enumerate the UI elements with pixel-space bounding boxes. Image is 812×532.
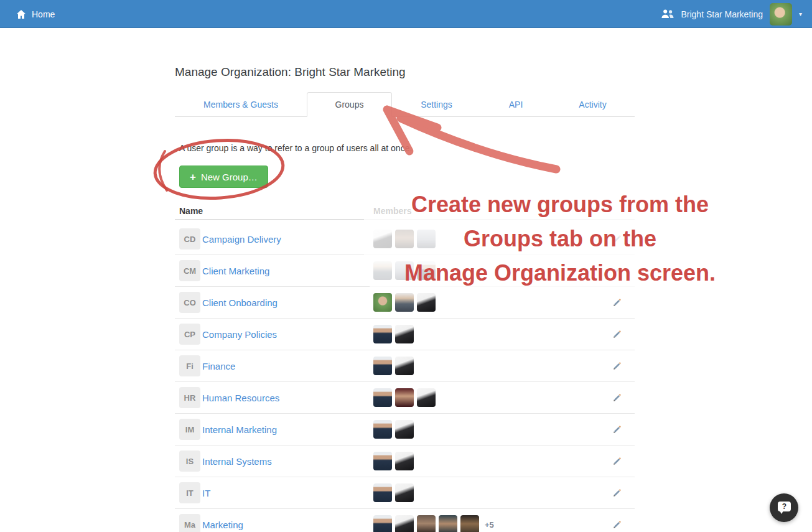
tab-label: Members & Guests	[203, 100, 278, 110]
member-avatars	[373, 325, 414, 343]
plus-icon: +	[190, 172, 196, 182]
man-worf-avatar	[460, 515, 479, 532]
new-group-button[interactable]: + New Group…	[179, 166, 268, 188]
edit-pencil-icon[interactable]	[612, 361, 622, 371]
edit-pencil-icon[interactable]	[612, 488, 622, 498]
column-header-name: Name	[179, 206, 203, 216]
group-row-campaign-delivery: CD Campaign Delivery	[175, 223, 635, 255]
help-button[interactable]: ?	[770, 493, 798, 522]
group-initials-badge: IS	[179, 450, 200, 472]
group-initials-badge: CO	[179, 292, 200, 313]
woman-action-avatar	[395, 420, 414, 439]
member-avatars	[373, 388, 436, 407]
tab-members-guests[interactable]: Members & Guests	[175, 92, 307, 117]
woman-action-avatar	[373, 230, 392, 248]
man-suit-avatar	[417, 261, 436, 280]
member-avatars	[373, 515, 479, 532]
group-initials-badge: IM	[179, 419, 200, 440]
organization-name[interactable]: Bright Star Marketing	[681, 9, 763, 19]
group-name-link[interactable]: Client Onboarding	[202, 297, 278, 308]
member-avatars	[373, 357, 414, 375]
group-row-client-onboarding: CO Client Onboarding	[175, 287, 635, 319]
group-name-link[interactable]: Company Policies	[202, 329, 277, 340]
group-row-human-resources: HR Human Resources	[175, 382, 635, 414]
group-initials-badge: CP	[179, 324, 200, 345]
edit-pencil-icon[interactable]	[612, 456, 622, 466]
man-brosnan-avatar	[395, 230, 414, 248]
column-header-members: Members	[373, 206, 411, 216]
edit-pencil-icon[interactable]	[612, 234, 622, 244]
organization-icon	[661, 9, 674, 19]
member-avatars	[373, 293, 436, 312]
tab-bar: Members & Guests Groups Settings API Act…	[175, 92, 635, 117]
man-suit-avatar	[373, 420, 392, 439]
group-name-link[interactable]: Finance	[202, 361, 235, 371]
table-header: Name Members	[175, 203, 635, 220]
woman-action-avatar	[417, 293, 436, 312]
tab-label: API	[509, 100, 523, 110]
extra-members-count: +5	[485, 520, 494, 530]
group-name-link[interactable]: Client Marketing	[202, 266, 269, 276]
man-suit-avatar	[373, 515, 392, 532]
man-suit-avatar	[373, 357, 392, 375]
man-gray-avatar	[373, 261, 392, 280]
home-icon	[16, 9, 26, 19]
woman-action-avatar	[395, 483, 414, 502]
group-row-internal-marketing: IM Internal Marketing	[175, 414, 635, 446]
man-suit-avatar	[373, 483, 392, 502]
tab-groups[interactable]: Groups	[307, 92, 392, 117]
groups-intro-text: A user group is a way to refer to a grou…	[179, 143, 412, 153]
page-title: Manage Organization: Bright Star Marketi…	[175, 65, 406, 79]
home-link[interactable]: Home	[16, 0, 55, 28]
edit-pencil-icon[interactable]	[612, 266, 622, 276]
group-name-link[interactable]: Human Resources	[202, 393, 279, 403]
user-avatar[interactable]	[770, 3, 792, 26]
tab-activity[interactable]: Activity	[551, 92, 635, 117]
group-initials-badge: CD	[179, 228, 200, 250]
group-row-marketing: Ma Marketing +5	[175, 509, 635, 532]
group-name-link[interactable]: Internal Systems	[202, 456, 272, 467]
groups-table: CD Campaign Delivery CM Client Marketing	[175, 223, 635, 532]
chevron-down-icon[interactable]: ▾	[799, 11, 802, 17]
group-initials-badge: Ma	[179, 514, 200, 532]
group-initials-badge: IT	[179, 482, 200, 503]
woman-action-avatar	[417, 388, 436, 407]
main-content: Manage Organization: Bright Star Marketi…	[175, 0, 635, 532]
man-gray-avatar	[395, 293, 414, 312]
edit-pencil-icon[interactable]	[612, 393, 622, 403]
man-suit-avatar	[373, 388, 392, 407]
man-bald-avatar	[395, 388, 414, 407]
edit-pencil-icon[interactable]	[612, 424, 622, 434]
group-name-link[interactable]: Marketing	[202, 520, 243, 530]
group-name-link[interactable]: IT	[202, 488, 210, 498]
new-group-button-label: New Group…	[201, 172, 258, 182]
woman-action-avatar	[395, 357, 414, 375]
edit-pencil-icon[interactable]	[612, 297, 622, 307]
group-row-client-marketing: CM Client Marketing	[175, 255, 635, 287]
group-initials-badge: HR	[179, 387, 200, 408]
member-avatars	[373, 420, 414, 439]
edit-pencil-icon[interactable]	[612, 520, 622, 530]
tab-settings[interactable]: Settings	[392, 92, 481, 117]
woman-brown-avatar	[439, 515, 457, 532]
woman-trooper-avatar	[395, 261, 414, 280]
group-name-link[interactable]: Internal Marketing	[202, 424, 277, 435]
home-label: Home	[32, 9, 55, 19]
woman-action-avatar	[395, 325, 414, 343]
member-avatars	[373, 452, 414, 470]
man-brosnan-avatar	[417, 515, 436, 532]
group-initials-badge: Fi	[179, 355, 200, 376]
edit-pencil-icon[interactable]	[612, 329, 622, 339]
group-row-company-policies: CP Company Policies	[175, 319, 635, 350]
group-initials-badge: CM	[179, 260, 200, 281]
member-avatars	[373, 230, 436, 248]
group-name-link[interactable]: Campaign Delivery	[202, 234, 281, 245]
man-suit-avatar	[373, 452, 392, 470]
tab-label: Groups	[335, 100, 364, 110]
tab-label: Settings	[421, 100, 452, 110]
woman-action-avatar	[395, 452, 414, 470]
group-row-it: IT IT	[175, 477, 635, 509]
woman-trooper-avatar	[417, 230, 436, 248]
tab-api[interactable]: API	[481, 92, 551, 117]
member-avatars	[373, 261, 436, 280]
